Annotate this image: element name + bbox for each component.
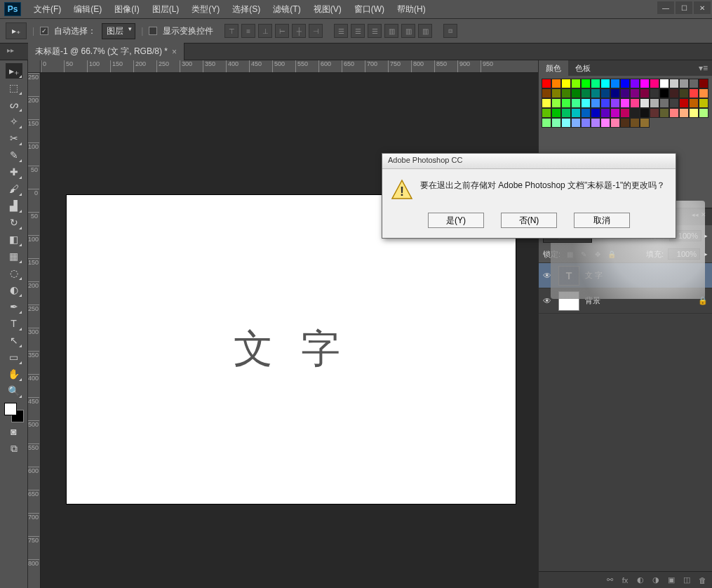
color-swatch[interactable] (699, 98, 708, 108)
color-swatch[interactable] (542, 118, 551, 128)
crop-tool[interactable]: ✂ (6, 131, 22, 146)
color-swatch[interactable] (591, 79, 600, 88)
distribute-hcenter-icon[interactable]: ▥ (401, 24, 415, 38)
color-swatch[interactable] (610, 108, 620, 118)
color-swatch[interactable] (561, 79, 571, 88)
type-tool[interactable]: T (6, 316, 22, 331)
menu-item[interactable]: 文件(F) (28, 1, 67, 18)
color-swatch[interactable] (640, 79, 650, 88)
color-swatch[interactable] (650, 88, 659, 98)
color-swatch[interactable] (610, 118, 620, 128)
distribute-bottom-icon[interactable]: ☰ (368, 24, 382, 38)
color-swatch[interactable] (542, 88, 551, 98)
color-swatch[interactable] (600, 98, 610, 108)
stamp-tool[interactable]: ▟ (6, 198, 22, 213)
auto-select-scope-dropdown[interactable]: 图层 (102, 23, 135, 39)
yes-button[interactable]: 是(Y) (428, 213, 484, 228)
panel-menu-icon[interactable]: ▾≡ (694, 60, 712, 76)
distribute-left-icon[interactable]: ▥ (384, 24, 398, 38)
color-swatch[interactable] (551, 79, 561, 88)
color-swatch[interactable] (650, 108, 659, 118)
color-swatch[interactable] (640, 108, 650, 118)
color-swatch[interactable] (659, 98, 669, 108)
color-swatch[interactable] (610, 88, 620, 98)
menu-item[interactable]: 滤镜(T) (267, 1, 306, 18)
color-swatch[interactable] (650, 98, 659, 108)
color-swatch[interactable] (551, 108, 561, 118)
color-swatch[interactable] (659, 79, 669, 88)
color-swatch[interactable] (669, 79, 679, 88)
minimize-button[interactable]: — (657, 1, 674, 14)
delete-layer-icon[interactable]: 🗑 (697, 575, 708, 586)
zoom-tool[interactable]: 🔍 (6, 383, 22, 399)
layer-group-icon[interactable]: ▣ (666, 575, 677, 586)
color-swatch[interactable] (620, 79, 630, 88)
color-swatch[interactable] (659, 88, 669, 98)
blur-tool[interactable]: ◌ (6, 265, 22, 281)
color-swatch[interactable] (679, 108, 689, 118)
color-swatch[interactable] (689, 98, 699, 108)
color-swatch[interactable] (669, 88, 679, 98)
color-swatch[interactable] (630, 118, 640, 128)
color-swatch[interactable] (689, 108, 699, 118)
color-swatch[interactable] (600, 79, 610, 88)
color-swatch[interactable] (679, 79, 689, 88)
color-swatch[interactable] (581, 98, 591, 108)
color-swatch[interactable] (591, 88, 600, 98)
move-tool[interactable]: ▸₊ (6, 63, 22, 79)
color-swatch[interactable] (669, 108, 679, 118)
document-tab[interactable]: 未标题-1 @ 66.7% (文 字, RGB/8) * × (28, 43, 184, 60)
color-swatch[interactable] (640, 98, 650, 108)
align-bottom-icon[interactable]: ⊥ (258, 24, 272, 38)
color-swatch[interactable] (600, 88, 610, 98)
color-swatch[interactable] (581, 79, 591, 88)
dodge-tool[interactable]: ◐ (6, 282, 22, 298)
color-swatch[interactable] (561, 88, 571, 98)
color-swatch[interactable] (542, 98, 551, 108)
layer-fx-icon[interactable]: fx (619, 575, 631, 586)
color-swatch[interactable] (542, 108, 551, 118)
hand-tool[interactable]: ✋ (6, 366, 22, 382)
color-swatch[interactable] (600, 118, 610, 128)
new-layer-icon[interactable]: ◫ (681, 575, 692, 586)
layer-mask-icon[interactable]: ◐ (635, 575, 646, 586)
3d-mode-icon[interactable]: ⧈ (443, 24, 457, 38)
color-swatch[interactable] (561, 108, 571, 118)
color-swatch[interactable] (591, 98, 600, 108)
document-canvas[interactable]: 文 字 (67, 195, 516, 504)
color-swatch[interactable] (600, 108, 610, 118)
color-swatch[interactable] (689, 88, 699, 98)
distribute-vcenter-icon[interactable]: ☰ (351, 24, 365, 38)
align-vcenter-icon[interactable]: ≡ (241, 24, 255, 38)
color-swatch[interactable] (640, 118, 650, 128)
swatches-tab[interactable]: 色板 (568, 60, 598, 76)
align-right-icon[interactable]: ⊣ (309, 24, 323, 38)
eraser-tool[interactable]: ◧ (6, 232, 22, 247)
color-tab[interactable]: 颜色 (539, 60, 568, 76)
color-swatch[interactable] (591, 108, 600, 118)
color-swatch[interactable] (669, 98, 679, 108)
path-tool[interactable]: ↖ (6, 333, 22, 348)
color-swatch[interactable] (610, 98, 620, 108)
color-swatch[interactable] (571, 118, 581, 128)
menu-item[interactable]: 视图(V) (308, 1, 347, 18)
color-swatch[interactable] (699, 79, 708, 88)
distribute-top-icon[interactable]: ☰ (334, 24, 348, 38)
history-tool[interactable]: ↻ (6, 215, 22, 230)
color-swatch[interactable] (561, 118, 571, 128)
color-swatch[interactable] (620, 88, 630, 98)
color-swatch[interactable] (679, 98, 689, 108)
color-swatch[interactable] (699, 108, 708, 118)
color-swatch[interactable] (630, 79, 640, 88)
color-swatch[interactable] (620, 108, 630, 118)
lasso-tool[interactable]: ᔕ (6, 97, 22, 112)
color-swatch[interactable] (571, 88, 581, 98)
distribute-right-icon[interactable]: ▥ (418, 24, 432, 38)
color-swatch[interactable] (650, 79, 659, 88)
color-swatch[interactable] (640, 88, 650, 98)
color-swatch[interactable] (551, 98, 561, 108)
color-swatch[interactable] (571, 98, 581, 108)
menu-item[interactable]: 图像(I) (109, 1, 145, 18)
color-swatch[interactable] (561, 98, 571, 108)
wand-tool[interactable]: ✧ (6, 114, 22, 129)
